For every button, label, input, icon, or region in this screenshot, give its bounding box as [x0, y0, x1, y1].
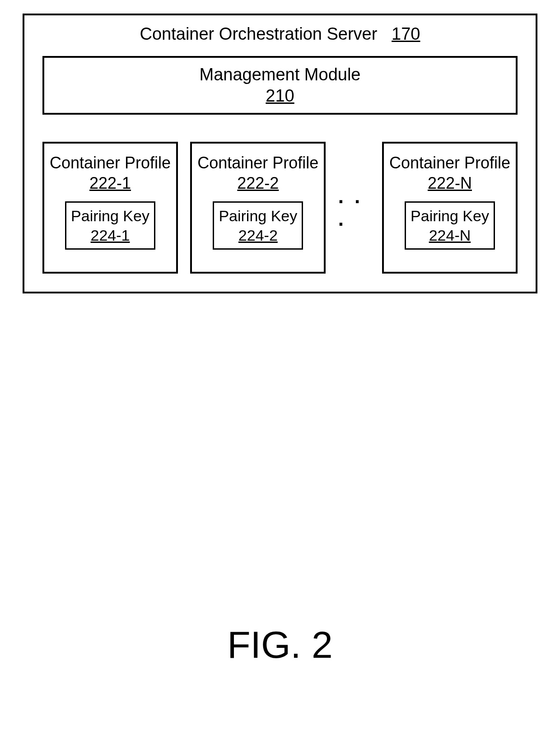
pairing-key-ref: 224-2: [238, 226, 278, 245]
pairing-key-box-n: Pairing Key 224-N: [405, 201, 495, 250]
figure-label: FIG. 2: [0, 623, 560, 667]
container-profile-box-1: Container Profile 222-1 Pairing Key 224-…: [42, 142, 178, 274]
server-title-text: Container Orchestration Server: [140, 24, 378, 43]
management-module-label: Management Module: [200, 64, 361, 86]
diagram-canvas: Container Orchestration Server 170 Manag…: [0, 0, 560, 744]
container-profile-box-n: Container Profile 222-N Pairing Key 224-…: [382, 142, 518, 274]
server-title-ref: 170: [392, 24, 420, 43]
pairing-key-ref: 224-1: [91, 226, 130, 245]
management-module-ref: 210: [266, 85, 294, 107]
container-profile-ref: 222-2: [237, 173, 279, 193]
server-title: Container Orchestration Server 170: [24, 24, 536, 44]
container-profile-label: Container Profile: [389, 153, 510, 173]
container-profile-ref: 222-1: [89, 173, 131, 193]
ellipsis: . . .: [338, 142, 370, 274]
container-profile-label: Container Profile: [50, 153, 171, 173]
ellipsis-text: . . .: [338, 185, 370, 230]
pairing-key-label: Pairing Key: [71, 206, 149, 226]
pairing-key-box-2: Pairing Key 224-2: [213, 201, 303, 250]
pairing-key-box-1: Pairing Key 224-1: [65, 201, 155, 250]
figure-label-text: FIG. 2: [227, 623, 332, 666]
profiles-row: Container Profile 222-1 Pairing Key 224-…: [42, 142, 518, 274]
pairing-key-ref: 224-N: [429, 226, 471, 245]
pairing-key-label: Pairing Key: [219, 206, 297, 226]
pairing-key-label: Pairing Key: [411, 206, 489, 226]
container-profile-box-2: Container Profile 222-2 Pairing Key 224-…: [190, 142, 326, 274]
server-box: Container Orchestration Server 170 Manag…: [23, 14, 537, 293]
container-profile-ref: 222-N: [428, 173, 472, 193]
management-module-box: Management Module 210: [42, 56, 518, 115]
container-profile-label: Container Profile: [197, 153, 318, 173]
